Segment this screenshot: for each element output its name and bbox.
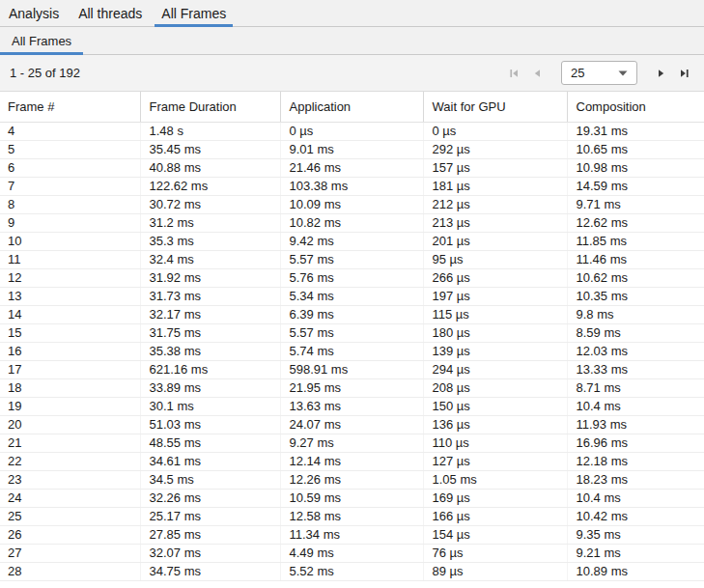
table-row[interactable]: 10 35.3 ms 9.42 ms 201 µs 11.85 ms [0,232,704,250]
cell-composition: 10.4 ms [567,397,704,415]
cell-frame-number: 10 [0,232,140,250]
cell-wait-for-gpu: 139 µs [423,342,567,360]
pagination-bar: 1 - 25 of 192 25 [0,55,704,92]
table-row[interactable]: 6 40.88 ms 21.46 ms 157 µs 10.98 ms [0,158,704,177]
cell-frame-duration: 31.75 ms [140,323,280,342]
cell-application: 9.42 ms [280,232,423,250]
cell-application: 598.91 ms [280,360,423,378]
column-header-application[interactable]: Application [280,92,423,122]
cell-wait-for-gpu: 76 µs [423,544,567,562]
cell-frame-duration: 31.92 ms [140,268,280,287]
previous-page-button[interactable] [525,62,549,85]
column-header-frame-number[interactable]: Frame # [0,92,140,122]
cell-frame-duration: 34.75 ms [140,562,280,580]
column-header-composition[interactable]: Composition [567,92,704,122]
cell-composition: 12.18 ms [567,452,704,470]
cell-frame-duration: 32.26 ms [140,489,280,507]
cell-application: 103.38 ms [280,177,423,195]
cell-wait-for-gpu: 180 µs [423,323,567,342]
cell-frame-duration: 1.48 s [140,122,280,140]
cell-wait-for-gpu: 294 µs [423,360,567,378]
cell-wait-for-gpu: 150 µs [423,397,567,415]
cell-application: 13.63 ms [280,397,423,415]
table-row[interactable]: 18 33.89 ms 21.95 ms 208 µs 8.71 ms [0,378,704,397]
cell-frame-number: 12 [0,268,140,287]
table-row[interactable]: 13 31.73 ms 5.34 ms 197 µs 10.35 ms [0,287,704,305]
cell-frame-duration: 31.73 ms [140,287,280,305]
cell-frame-duration: 27.85 ms [140,525,280,544]
cell-application: 0 µs [280,122,423,140]
cell-composition: 13.33 ms [567,360,704,378]
table-row[interactable]: 19 30.1 ms 13.63 ms 150 µs 10.4 ms [0,397,704,415]
last-page-button[interactable] [673,62,696,85]
subtab-all-frames[interactable]: All Frames [0,27,83,54]
cell-application: 12.26 ms [280,470,423,489]
cell-composition: 11.93 ms [567,415,704,434]
cell-frame-duration: 34.61 ms [140,452,280,470]
first-page-button[interactable] [502,62,525,85]
cell-application: 9.27 ms [280,434,423,452]
cell-composition: 10.98 ms [567,158,704,177]
cell-frame-duration: 30.1 ms [140,397,280,415]
cell-frame-duration: 31.2 ms [140,213,280,232]
table-row[interactable]: 9 31.2 ms 10.82 ms 213 µs 12.62 ms [0,213,704,232]
table-row[interactable]: 26 27.85 ms 11.34 ms 154 µs 9.35 ms [0,525,704,544]
page-size-select[interactable]: 25 [561,61,637,85]
cell-frame-number: 9 [0,213,140,232]
cell-application: 12.14 ms [280,452,423,470]
cell-frame-number: 20 [0,415,140,434]
table-row[interactable]: 28 34.75 ms 5.52 ms 89 µs 10.89 ms [0,562,704,580]
cell-wait-for-gpu: 208 µs [423,378,567,397]
table-row[interactable]: 24 32.26 ms 10.59 ms 169 µs 10.4 ms [0,489,704,507]
cell-frame-number: 8 [0,195,140,213]
cell-frame-duration: 35.38 ms [140,342,280,360]
frames-table: Frame # Frame Duration Application Wait … [0,92,704,581]
cell-frame-duration: 122.62 ms [140,177,280,195]
cell-frame-duration: 40.88 ms [140,158,280,177]
column-header-frame-duration[interactable]: Frame Duration [140,92,280,122]
table-row[interactable]: 15 31.75 ms 5.57 ms 180 µs 8.59 ms [0,323,704,342]
cell-composition: 12.03 ms [567,342,704,360]
cell-composition: 11.46 ms [567,250,704,268]
cell-composition: 9.8 ms [567,305,704,323]
cell-application: 5.34 ms [280,287,423,305]
tab-analysis[interactable]: Analysis [2,0,66,26]
next-page-button[interactable] [650,62,673,85]
cell-wait-for-gpu: 157 µs [423,158,567,177]
table-row[interactable]: 4 1.48 s 0 µs 0 µs 19.31 ms [0,122,704,140]
cell-application: 5.74 ms [280,342,423,360]
cell-application: 10.59 ms [280,489,423,507]
tab-all-frames[interactable]: All Frames [155,0,233,26]
table-row[interactable]: 25 25.17 ms 12.58 ms 166 µs 10.42 ms [0,507,704,525]
cell-composition: 8.71 ms [567,378,704,397]
cell-wait-for-gpu: 292 µs [423,140,567,158]
table-row[interactable]: 21 48.55 ms 9.27 ms 110 µs 16.96 ms [0,434,704,452]
cell-application: 12.58 ms [280,507,423,525]
table-row[interactable]: 8 30.72 ms 10.09 ms 212 µs 9.71 ms [0,195,704,213]
table-row[interactable]: 23 34.5 ms 12.26 ms 1.05 ms 18.23 ms [0,470,704,489]
table-row[interactable]: 12 31.92 ms 5.76 ms 266 µs 10.62 ms [0,268,704,287]
first-page-icon [507,67,521,80]
page-size-value: 25 [571,66,584,80]
table-row[interactable]: 11 32.4 ms 5.57 ms 95 µs 11.46 ms [0,250,704,268]
cell-frame-duration: 33.89 ms [140,378,280,397]
cell-wait-for-gpu: 166 µs [423,507,567,525]
cell-frame-number: 11 [0,250,140,268]
table-row[interactable]: 17 621.16 ms 598.91 ms 294 µs 13.33 ms [0,360,704,378]
table-row[interactable]: 16 35.38 ms 5.74 ms 139 µs 12.03 ms [0,342,704,360]
cell-frame-duration: 51.03 ms [140,415,280,434]
table-row[interactable]: 20 51.03 ms 24.07 ms 136 µs 11.93 ms [0,415,704,434]
tab-all-threads[interactable]: All threads [71,0,149,26]
cell-wait-for-gpu: 266 µs [423,268,567,287]
column-header-wait-for-gpu[interactable]: Wait for GPU [423,92,567,122]
table-row[interactable]: 14 32.17 ms 6.39 ms 115 µs 9.8 ms [0,305,704,323]
cell-frame-number: 4 [0,122,140,140]
cell-application: 4.49 ms [280,544,423,562]
table-row[interactable]: 5 35.45 ms 9.01 ms 292 µs 10.65 ms [0,140,704,158]
previous-page-icon [530,67,544,80]
table-row[interactable]: 27 32.07 ms 4.49 ms 76 µs 9.21 ms [0,544,704,562]
table-row[interactable]: 22 34.61 ms 12.14 ms 127 µs 12.18 ms [0,452,704,470]
cell-composition: 10.42 ms [567,507,704,525]
cell-frame-number: 16 [0,342,140,360]
table-row[interactable]: 7 122.62 ms 103.38 ms 181 µs 14.59 ms [0,177,704,195]
